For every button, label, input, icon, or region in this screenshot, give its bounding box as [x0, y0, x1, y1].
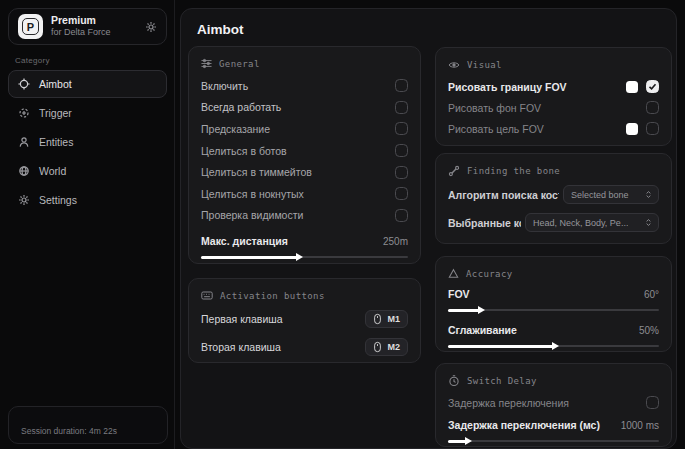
- sidebar-item-aimbot[interactable]: Aimbot: [8, 70, 167, 98]
- card-title: Visual: [467, 60, 502, 70]
- toggle-row: Задержка переключения: [448, 392, 659, 413]
- sidebar-item-label: World: [39, 165, 66, 177]
- slider-thumb[interactable]: [296, 253, 303, 261]
- keybind-value: M2: [387, 342, 400, 352]
- smoothing-slider[interactable]: [448, 341, 659, 351]
- max-distance-value: 250m: [383, 236, 408, 247]
- fov-target-checkbox[interactable]: [646, 122, 659, 135]
- smoothing-value: 50%: [639, 325, 659, 336]
- slider-track: [448, 440, 659, 442]
- toggle-label: Целиться в тиммейтов: [201, 166, 312, 178]
- toggle-row: Предсказание: [201, 118, 408, 140]
- bone-algorithm-select[interactable]: Selected bone: [563, 185, 659, 204]
- page-title: Aimbot: [197, 22, 244, 37]
- fov-target-label: Рисовать цель FOV: [448, 123, 544, 135]
- sidebar-item-label: Settings: [39, 194, 77, 206]
- visual-row: Рисовать цель FOV: [448, 118, 659, 139]
- enable-checkbox[interactable]: [395, 79, 408, 92]
- eye-icon: [448, 59, 460, 71]
- bone-row: Выбранные кос Head, Neck, Body, Pe...: [448, 210, 659, 235]
- always-work-checkbox[interactable]: [395, 101, 408, 114]
- sidebar-item-trigger[interactable]: Trigger: [8, 99, 167, 127]
- toggle-label: Предсказание: [201, 123, 270, 135]
- sidebar-item-world[interactable]: World: [8, 157, 167, 185]
- slider-thumb[interactable]: [465, 437, 472, 445]
- selected-bones-select[interactable]: Head, Neck, Body, Pe...: [525, 213, 659, 232]
- trigger-icon: [18, 107, 30, 119]
- card-title: Accuracy: [466, 269, 513, 279]
- switch-delay-card: Switch Delay Задержка переключения Задер…: [435, 363, 672, 447]
- color-swatch[interactable]: [626, 123, 638, 135]
- fov-slider[interactable]: [448, 305, 659, 315]
- card-title: Switch Delay: [467, 376, 537, 386]
- main-panel: Aimbot General Включить Всегда работать: [180, 8, 677, 449]
- first-key-button[interactable]: M1: [365, 310, 408, 328]
- toggle-label: Целиться в нокнутых: [201, 188, 304, 200]
- selected-bones-label: Выбранные кос: [448, 217, 521, 229]
- visibility-check-checkbox[interactable]: [395, 209, 408, 222]
- card-title: General: [219, 59, 260, 69]
- slider-fill: [448, 309, 480, 312]
- max-distance-slider[interactable]: [201, 252, 408, 262]
- accuracy-card-header: Accuracy: [448, 267, 659, 280]
- clock-icon: [448, 375, 460, 387]
- slider-thumb[interactable]: [478, 306, 485, 314]
- entities-icon: [18, 136, 30, 148]
- bone-card: Finding the bone Алгоритм поиска кост Se…: [435, 153, 672, 244]
- sidebar-item-label: Aimbot: [39, 78, 72, 90]
- switch-delay-slider[interactable]: [448, 436, 659, 446]
- app-window: P Premium for Delta Force Category: [0, 0, 685, 449]
- brand-text: Premium for Delta Force: [51, 14, 137, 38]
- sidebar-nav: Aimbot Trigger Entities: [0, 70, 175, 215]
- fov-background-label: Рисовать фон FOV: [448, 102, 541, 114]
- keybind-row: Вторая клавиша M2: [201, 335, 408, 359]
- sidebar-item-settings[interactable]: Settings: [8, 186, 167, 214]
- slider-label-row: Задержка переключения (мс) 1000 ms: [448, 416, 659, 434]
- slider-fill: [448, 345, 554, 348]
- toggle-row: Целиться в ботов: [201, 140, 408, 162]
- target-knocked-checkbox[interactable]: [395, 187, 408, 200]
- prediction-checkbox[interactable]: [395, 122, 408, 135]
- fov-border-checkbox[interactable]: [646, 80, 659, 93]
- slider-fill: [201, 256, 298, 259]
- sidebar-item-entities[interactable]: Entities: [8, 128, 167, 156]
- sidebar-item-label: Entities: [39, 136, 73, 148]
- visual-row: Рисовать границу FOV: [448, 76, 659, 97]
- accuracy-card: Accuracy FOV 60° Сглаживание 50%: [435, 256, 672, 352]
- select-value: Head, Neck, Body, Pe...: [533, 218, 628, 228]
- switch-delay-ms-label: Задержка переключения (мс): [448, 419, 600, 431]
- category-label: Category: [15, 56, 50, 65]
- bone-card-header: Finding the bone: [448, 164, 659, 177]
- activation-card: Activation buttons Первая клавиша M1 Вто…: [188, 278, 421, 363]
- select-value: Selected bone: [571, 190, 629, 200]
- sliders-icon: [201, 58, 212, 69]
- max-distance-label: Макс. дистанция: [201, 235, 288, 247]
- target-teammates-checkbox[interactable]: [395, 166, 408, 179]
- second-key-button[interactable]: M2: [365, 338, 408, 356]
- keybind-value: M1: [387, 314, 400, 324]
- fov-background-checkbox[interactable]: [646, 101, 659, 114]
- brand-title: Premium: [51, 14, 137, 27]
- gear-icon[interactable]: [145, 21, 157, 33]
- toggle-row: Всегда работать: [201, 97, 408, 119]
- check-icon: [648, 82, 657, 91]
- slider-label-row: Сглаживание 50%: [448, 321, 659, 339]
- visual-card: Visual Рисовать границу FOV Рисовать фон…: [435, 47, 672, 146]
- slider-thumb[interactable]: [552, 342, 559, 350]
- activation-card-header: Activation buttons: [201, 289, 408, 302]
- toggle-label: Включить: [201, 80, 248, 92]
- globe-icon: [18, 165, 30, 177]
- session-duration: Session duration: 4m 22s: [21, 426, 117, 436]
- row-controls: [646, 101, 659, 114]
- mouse-icon: [373, 341, 382, 353]
- toggle-row: Целиться в тиммейтов: [201, 161, 408, 183]
- color-swatch[interactable]: [626, 81, 638, 93]
- slider-label-row: FOV 60°: [448, 285, 659, 303]
- switch-delay-checkbox[interactable]: [646, 396, 659, 409]
- toggle-row: Включить: [201, 75, 408, 97]
- logo-letter: P: [22, 18, 39, 35]
- card-title: Finding the bone: [467, 166, 560, 176]
- general-card: General Включить Всегда работать Предска…: [188, 46, 421, 264]
- target-bots-checkbox[interactable]: [395, 144, 408, 157]
- card-title: Activation buttons: [220, 291, 325, 301]
